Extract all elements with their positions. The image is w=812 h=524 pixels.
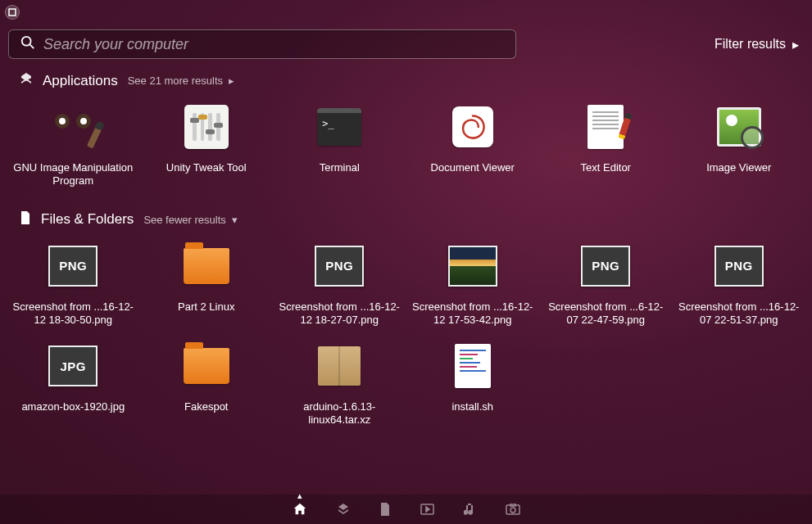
files-icon [20,211,31,228]
file-item[interactable]: arduino-1.6.13-linux64.tar.xz [274,337,405,431]
file-item[interactable]: PNGScreenshot from ...16-12-07 22-51-37.… [674,237,805,331]
file-item[interactable]: PNGScreenshot from ...6-12-07 22-47-59.p… [541,237,671,331]
file-label: Screenshot from ...6-12-07 22-47-59.png [544,300,667,328]
file-item[interactable]: PNGScreenshot from ...16-12-12 18-27-07.… [274,237,405,331]
file-label: Screenshot from ...16-12-07 22-51-37.png [678,300,801,328]
section-header-applications: Applications See 21 more results ▸ [0,64,812,93]
jpg-icon: JPG [47,340,99,392]
app-document-viewer[interactable]: Document Viewer [408,97,538,192]
gimp-icon [47,101,99,153]
app-image-viewer[interactable]: Image Viewer [674,97,805,192]
search-icon [20,35,35,53]
see-more-applications[interactable]: See 21 more results ▸ [128,75,235,87]
filter-label: Filter results [714,37,786,52]
app-label: GNU Image Manipulation Program [11,161,134,188]
app-label: Terminal [320,161,360,174]
folder-icon [180,240,233,292]
lens-photos[interactable] [506,504,520,515]
png-icon: PNG [313,240,365,292]
app-gimp[interactable]: GNU Image Manipulation Program [8,97,138,192]
file-item[interactable]: install.sh [408,337,538,431]
package-icon [313,340,365,392]
lens-applications[interactable] [337,503,350,516]
png-icon: PNG [713,240,765,292]
tweak-icon [180,101,233,153]
file-label: Fakespot [184,400,228,413]
app-label: Document Viewer [431,161,515,174]
file-item[interactable]: Fakespot [142,337,272,431]
section-header-files: Files & Folders See fewer results ▾ [0,203,812,232]
window-maximize-button[interactable] [5,5,20,20]
lens-video[interactable] [420,504,434,515]
section-title: Files & Folders [41,211,134,228]
file-item[interactable]: JPGamazon-box-1920.jpg [8,337,138,431]
app-unity-tweak[interactable]: Unity Tweak Tool [142,97,272,192]
app-label: Unity Tweak Tool [166,161,247,174]
document-viewer-icon [447,101,499,153]
chevron-right-icon: ▸ [792,37,799,52]
svg-point-1 [22,37,31,46]
lens-home[interactable] [293,502,307,517]
file-label: amazon-box-1920.jpg [21,400,125,413]
see-fewer-files[interactable]: See fewer results ▾ [143,214,238,226]
lens-bar [0,495,812,524]
svg-line-2 [30,45,34,49]
filter-results-link[interactable]: Filter results ▸ [714,37,799,52]
app-label: Text Editor [581,161,631,174]
file-item[interactable]: PNGScreenshot from ...16-12-12 18-30-50.… [8,237,138,331]
terminal-icon [313,101,365,153]
file-label: Screenshot from ...16-12-12 17-53-42.png [411,300,534,328]
search-input[interactable] [43,36,504,53]
file-label: Screenshot from ...16-12-12 18-30-50.png [11,300,134,328]
file-item[interactable]: Screenshot from ...16-12-12 17-53-42.png [408,237,538,331]
file-label: Part 2 Linux [178,300,234,314]
section-title: Applications [43,73,118,89]
lens-files[interactable] [379,503,391,516]
lens-music[interactable] [464,503,476,516]
folder-icon [180,340,233,392]
png-icon: PNG [47,240,99,292]
png-icon: PNG [579,240,632,292]
image-viewer-icon [713,101,765,153]
app-label: Image Viewer [706,161,771,174]
app-terminal[interactable]: Terminal [274,97,405,192]
script-icon [447,340,499,392]
file-label: arduino-1.6.13-linux64.tar.xz [278,400,401,427]
landscape-icon [447,240,499,292]
search-box[interactable] [8,29,516,59]
svg-rect-0 [9,9,16,16]
applications-icon [20,72,33,89]
file-label: Screenshot from ...16-12-12 18-27-07.png [278,300,401,328]
text-editor-icon [579,101,632,153]
file-item[interactable]: Part 2 Linux [142,237,272,331]
app-text-editor[interactable]: Text Editor [541,97,671,192]
svg-point-5 [510,508,515,513]
file-label: install.sh [451,400,493,413]
